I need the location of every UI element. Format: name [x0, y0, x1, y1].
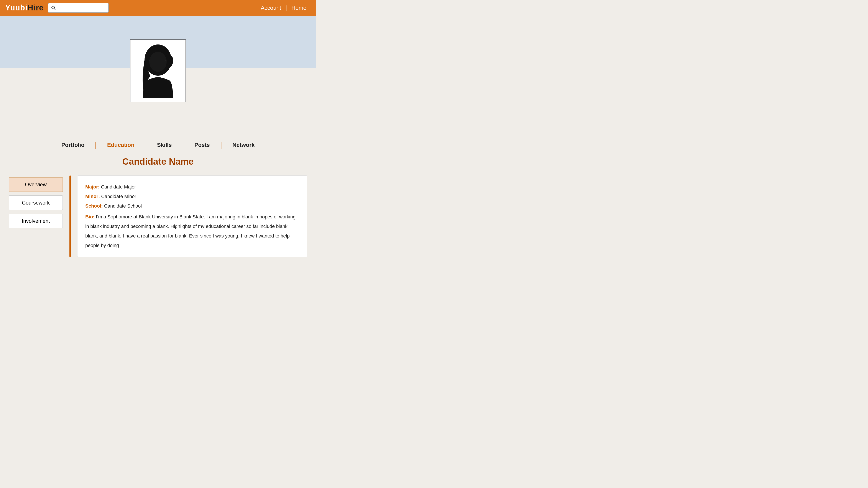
home-link[interactable]: Home	[287, 5, 311, 11]
nav-divider-3: |	[182, 141, 184, 148]
avatar	[134, 43, 182, 99]
nav-divider-1: |	[95, 141, 97, 148]
sidebar: Overview Coursework Involvement	[9, 175, 63, 257]
nav-divider-4: |	[220, 141, 222, 148]
tab-posts[interactable]: Posts	[184, 142, 220, 148]
bio-text-content: I'm a Sophomore at Blank University in B…	[85, 214, 296, 248]
sidebar-btn-overview[interactable]: Overview	[9, 177, 63, 192]
bio-field: Bio: I'm a Sophomore at Blank University…	[85, 212, 299, 250]
minor-value-text: Candidate Minor	[101, 194, 136, 199]
major-value-text: Candidate Major	[101, 184, 136, 190]
school-field: School: Candidate School	[85, 201, 299, 211]
content-divider	[69, 175, 71, 257]
minor-field: Minor: Candidate Minor	[85, 192, 299, 201]
sidebar-btn-involvement[interactable]: Involvement	[9, 214, 63, 228]
logo[interactable]: YuubiHire	[5, 3, 43, 12]
bio-label: Bio:	[85, 214, 95, 220]
account-link[interactable]: Account	[256, 5, 285, 11]
profile-photo	[130, 39, 186, 102]
education-content: Major: Candidate Major Minor: Candidate …	[77, 175, 307, 257]
profile-nav: Portfolio | Education | Skills | Posts |…	[0, 104, 316, 153]
minor-label: Minor:	[85, 194, 100, 199]
tab-portfolio[interactable]: Portfolio	[51, 142, 95, 148]
major-label: Major:	[85, 184, 100, 190]
svg-point-5	[150, 52, 166, 70]
candidate-name: Candidate Name	[0, 156, 316, 169]
main-content: Overview Coursework Involvement Major: C…	[0, 169, 316, 263]
hero-banner	[0, 15, 316, 68]
school-label: School:	[85, 203, 103, 209]
tab-skills[interactable]: Skills	[147, 142, 182, 148]
search-bar[interactable]	[48, 3, 109, 13]
svg-line-1	[54, 9, 56, 10]
tab-network[interactable]: Network	[222, 142, 265, 148]
sidebar-btn-coursework[interactable]: Coursework	[9, 195, 63, 210]
school-value-text: Candidate School	[104, 203, 142, 209]
tab-education[interactable]: Education	[97, 142, 145, 148]
nav-links: Account | Home	[256, 4, 311, 11]
nav-divider: |	[285, 4, 287, 11]
navbar: YuubiHire Account | Home	[0, 0, 316, 15]
major-field: Major: Candidate Major	[85, 182, 299, 192]
svg-point-0	[52, 6, 55, 9]
search-icon	[51, 5, 56, 10]
search-input[interactable]	[58, 6, 105, 10]
